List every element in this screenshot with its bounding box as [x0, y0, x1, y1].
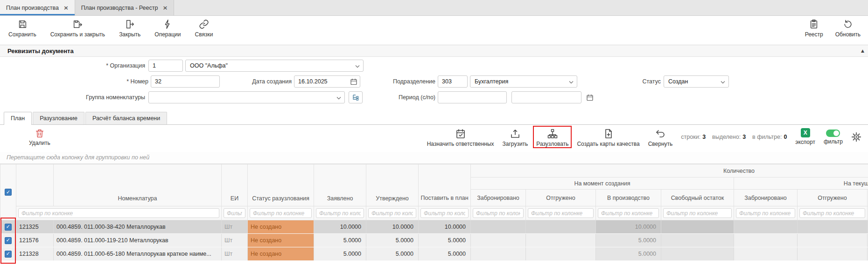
cell-shipped-2 [798, 234, 868, 247]
filter-input-shipped-2[interactable] [799, 208, 865, 218]
column-header-declared[interactable]: Заявлено [314, 164, 366, 206]
department-select[interactable]: Бухгалтерия [470, 75, 577, 88]
production-plan-window: План производства × План производства - … [0, 0, 868, 266]
cell-reserved [471, 220, 526, 234]
window-tab-production-plan[interactable]: План производства × [0, 0, 75, 15]
filter-input-approved[interactable] [368, 208, 416, 218]
window-tab-label: План производства [6, 5, 59, 11]
period-from-input[interactable] [438, 91, 507, 103]
filter-input-in-production[interactable] [598, 208, 659, 218]
column-header-shipped-2[interactable]: Отгружено [798, 190, 868, 206]
assign-responsible-button[interactable]: Назначить ответственных [427, 128, 494, 147]
explode-button[interactable]: Разузловать [536, 128, 568, 147]
status-select[interactable]: Создан [664, 75, 729, 88]
lightning-icon [162, 19, 173, 29]
organization-select[interactable]: ООО "Альфа" [185, 60, 364, 72]
department-code-input[interactable] [438, 75, 468, 88]
cell-free-balance [661, 220, 734, 234]
group-by-drop-zone[interactable]: Перетащите сюда колонку для группировки … [0, 152, 868, 164]
column-header-free-balance[interactable]: Свободный остаток [661, 190, 734, 206]
tab-explosion[interactable]: Разузлование [33, 112, 84, 124]
cell-reserved [471, 247, 526, 261]
filter-input-explode-status[interactable] [250, 208, 312, 218]
settings-gear-icon[interactable] [851, 132, 861, 142]
row-checkbox[interactable]: ✓ [5, 224, 12, 231]
tab-plan[interactable]: План [4, 112, 32, 125]
refresh-button[interactable]: Обновить [835, 19, 861, 38]
column-header-unit[interactable]: ЕИ [222, 164, 248, 206]
nomenclature-group-select[interactable] [148, 91, 345, 103]
calendar-icon[interactable] [586, 94, 594, 101]
create-quality-cards-button[interactable]: Создать карты качества [577, 128, 639, 147]
save-button[interactable]: Сохранить [8, 19, 36, 38]
table-row[interactable]: ✓ 121576 000.4859. 011.000-119-210 Метал… [0, 234, 868, 247]
cell-shipped [526, 220, 596, 234]
export-button[interactable]: X экспорт [795, 128, 815, 145]
filter-input-to-plan[interactable] [420, 208, 469, 218]
column-header-reserved-2[interactable]: Забронировано [734, 190, 798, 206]
close-tab-icon[interactable]: × [63, 4, 69, 11]
save-icon [17, 19, 28, 29]
department-label: Подразделение [356, 75, 435, 88]
operations-button[interactable]: Операции [154, 19, 181, 38]
chain-link-icon [199, 19, 209, 29]
cell-id: 121576 [16, 234, 54, 247]
column-header-to-plan[interactable]: Поставить в план [419, 164, 471, 206]
links-button[interactable]: Связки [195, 19, 213, 38]
filter-input-reserved[interactable] [473, 208, 524, 218]
save-and-close-button[interactable]: Сохранить и закрыть [50, 19, 105, 38]
filter-input-nomenclature[interactable] [18, 208, 219, 218]
filter-toggle-button[interactable]: фильтр [824, 128, 843, 145]
cell-to-plan: 5.0000 [419, 234, 471, 247]
refresh-icon [843, 19, 853, 29]
cell-reserved [471, 234, 526, 247]
column-header-id[interactable] [16, 164, 54, 206]
column-header-approved[interactable]: Утверждено [366, 164, 419, 206]
column-header-in-production[interactable]: В производство [596, 190, 661, 206]
column-header-reserved[interactable]: Забронировано [471, 190, 526, 206]
cell-shipped [526, 247, 596, 261]
table-row[interactable]: ✓ 121328 000.4859. 011.000-65-180 Металл… [0, 247, 868, 261]
collapse-button[interactable]: Свернуть [648, 128, 673, 147]
chevron-down-icon [569, 81, 574, 84]
chevron-down-icon [336, 96, 341, 100]
organization-code-input[interactable] [148, 60, 183, 72]
plan-grid: ✓ Номенклатура ЕИ Статус разузлования За… [0, 164, 868, 261]
window-tab-production-plan-registry[interactable]: План производства - Реестр × [75, 0, 175, 15]
grid-toolbar: Удалить Назначить ответственных Загрузит… [0, 125, 868, 152]
cell-to-plan: 5.0000 [419, 247, 471, 261]
cell-id: 121325 [16, 220, 54, 234]
upload-icon [510, 128, 521, 139]
filter-input-shipped[interactable] [528, 208, 594, 218]
cell-free-balance [661, 234, 734, 247]
number-input[interactable] [151, 75, 220, 88]
hierarchy-icon [547, 128, 558, 139]
column-header-nomenclature[interactable]: Номенклатура [54, 164, 222, 206]
table-row[interactable]: ✓ 121325 000.4859. 011.000-38-420 Металл… [0, 220, 868, 234]
filter-input-reserved-2[interactable] [736, 208, 795, 218]
close-tab-icon[interactable]: × [162, 4, 168, 11]
cell-to-plan: 10.0000 [419, 220, 471, 234]
select-all-checkbox[interactable]: ✓ [5, 189, 12, 196]
period-to-input[interactable] [511, 91, 581, 103]
close-button[interactable]: Закрыть [119, 19, 140, 38]
band-header-at-current: На текущий момент [734, 177, 868, 190]
filter-input-unit[interactable] [224, 208, 245, 218]
row-checkbox[interactable]: ✓ [5, 237, 12, 244]
cell-unit: Шт [222, 247, 248, 261]
delete-button[interactable]: Удалить [29, 128, 50, 146]
filter-input-declared[interactable] [316, 208, 364, 218]
filter-input-free-balance[interactable] [663, 208, 732, 218]
cell-declared: 10.0000 [314, 220, 366, 234]
tab-time-balance[interactable]: Расчёт баланса времени [85, 112, 167, 124]
window-tab-bar: План производства × План производства - … [0, 0, 868, 16]
number-label: * Номер [69, 75, 148, 88]
cell-in-production: 10.0000 [596, 220, 661, 234]
load-button[interactable]: Загрузить [503, 128, 528, 147]
column-header-explode-status[interactable]: Статус разузлования [248, 164, 314, 206]
column-header-shipped[interactable]: Отгружено [526, 190, 596, 206]
row-checkbox[interactable]: ✓ [5, 251, 12, 258]
cell-unit: Шт [222, 220, 248, 234]
scroll-up-icon[interactable]: ▲ [861, 45, 864, 57]
registry-button[interactable]: Реестр [805, 19, 823, 38]
